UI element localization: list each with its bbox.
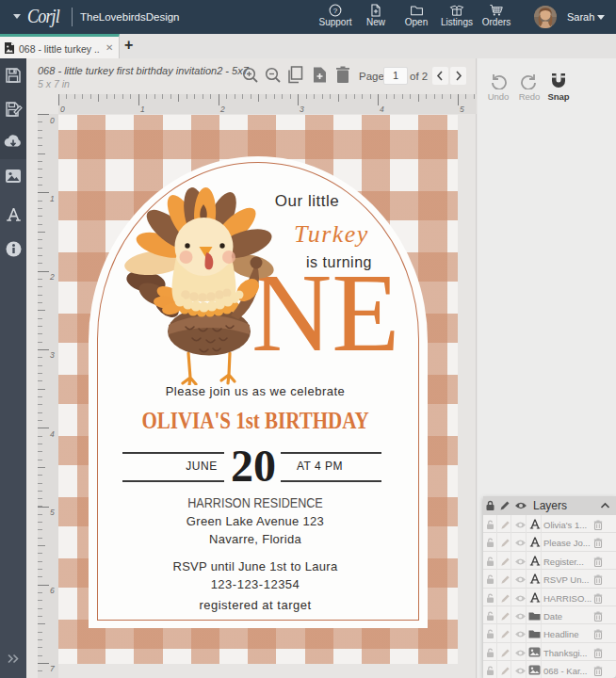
svg-text:?: ? xyxy=(333,7,338,15)
